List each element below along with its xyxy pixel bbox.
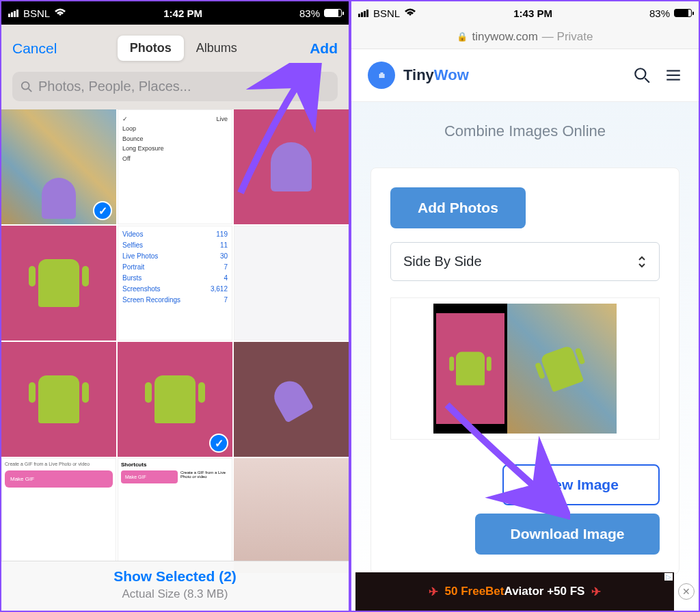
search-input[interactable]: Photos, People, Places... <box>12 72 338 101</box>
layout-select[interactable]: Side By Side <box>390 242 660 281</box>
search-icon[interactable] <box>633 66 651 84</box>
photo-thumbnail[interactable]: ✓ <box>1 109 116 224</box>
download-image-button[interactable]: Download Image <box>475 514 660 555</box>
wifi-icon <box>404 8 416 18</box>
lock-icon: 🔒 <box>457 31 468 42</box>
adchoices-icon[interactable]: ▷ <box>664 573 673 581</box>
chevron-updown-icon <box>637 256 647 268</box>
photo-thumbnail[interactable] <box>234 458 349 573</box>
add-photos-button[interactable]: Add Photos <box>390 187 526 228</box>
url-domain: tinywow.com <box>472 30 537 44</box>
svg-line-3 <box>645 78 649 83</box>
tab-photos[interactable]: Photos <box>118 36 184 61</box>
new-image-button[interactable]: New Image <box>502 464 660 505</box>
signal-icon <box>358 8 369 19</box>
combined-preview <box>390 297 660 440</box>
tinywow-logo[interactable]: ıllı TinyWow <box>368 62 469 89</box>
search-icon <box>21 81 33 93</box>
battery-percent: 83% <box>299 8 320 19</box>
photo-thumbnail[interactable] <box>234 226 349 341</box>
tool-card: Add Photos Side By Side New Image Downlo… <box>371 168 679 574</box>
clock: 1:42 PM <box>163 8 202 19</box>
hamburger-menu-icon[interactable] <box>664 66 682 84</box>
cancel-button[interactable]: Cancel <box>12 40 57 57</box>
preview-image-1 <box>433 304 507 434</box>
battery-percent: 83% <box>649 8 670 19</box>
url-private-label: — Private <box>542 30 593 44</box>
svg-point-0 <box>22 81 29 89</box>
carrier-label: BSNL <box>373 8 400 19</box>
show-selected-button[interactable]: Show Selected (2) <box>1 568 349 585</box>
wifi-icon <box>54 8 66 18</box>
clock: 1:43 PM <box>513 8 552 19</box>
photo-thumbnail[interactable]: Create a GIF from a Live Photo or video … <box>1 458 116 573</box>
photo-thumbnail[interactable]: ✓ Live Loop Bounce Long Exposure Off <box>118 109 232 224</box>
photo-grid[interactable]: ✓ ✓ Live Loop Bounce Long Exposure Off V… <box>1 109 349 573</box>
ad-close-button[interactable]: ✕ <box>678 583 695 600</box>
picker-header: Cancel Photos Albums Add Photos, People,… <box>1 25 349 109</box>
photo-thumbnail[interactable] <box>234 109 349 224</box>
battery-icon <box>674 9 692 17</box>
status-bar: BSNL 1:42 PM 83% <box>1 1 349 25</box>
photo-thumbnail[interactable]: Shortcuts Make GIF Create a GIF from a L… <box>118 458 232 573</box>
page-title: Combine Images Online <box>371 122 679 140</box>
photo-thumbnail[interactable]: ✓ <box>118 342 232 457</box>
phone-right-safari-tinywow: BSNL 1:43 PM 83% 🔒 tinywow.com — Private… <box>350 0 700 612</box>
photo-thumbnail[interactable]: Videos119 Selfies11 Live Photos30 Portra… <box>118 226 232 341</box>
svg-point-2 <box>635 68 645 79</box>
selected-check-icon: ✓ <box>209 434 228 453</box>
phone-left-ios-picker: BSNL 1:42 PM 83% Cancel Photos Albums Ad… <box>0 0 350 612</box>
status-bar: BSNL 1:43 PM 83% <box>351 1 699 25</box>
logo-mark-icon: ıllı <box>368 62 395 89</box>
site-header: ıllı TinyWow <box>351 49 699 102</box>
safari-address-bar[interactable]: 🔒 tinywow.com — Private <box>351 25 699 49</box>
battery-icon <box>324 9 342 17</box>
file-size-label: Actual Size (8.3 MB) <box>1 587 349 601</box>
page-body: Combine Images Online Add Photos Side By… <box>351 102 699 595</box>
carrier-label: BSNL <box>23 8 50 19</box>
photo-thumbnail[interactable] <box>1 342 116 457</box>
segmented-control[interactable]: Photos Albums <box>116 34 251 62</box>
picker-footer: Show Selected (2) Actual Size (8.3 MB) <box>1 561 349 611</box>
select-value: Side By Side <box>403 254 482 269</box>
photo-thumbnail[interactable] <box>1 226 116 341</box>
selected-check-icon: ✓ <box>93 201 112 220</box>
add-button[interactable]: Add <box>310 40 338 57</box>
svg-line-1 <box>29 88 32 92</box>
preview-image-2 <box>507 304 617 434</box>
photo-thumbnail[interactable] <box>234 342 349 457</box>
signal-icon <box>8 8 19 19</box>
ad-banner[interactable]: ✈ 50 FreeBet Aviator +50 FS ✈ <box>355 572 674 611</box>
search-placeholder: Photos, People, Places... <box>38 79 191 94</box>
tab-albums[interactable]: Albums <box>184 36 250 61</box>
